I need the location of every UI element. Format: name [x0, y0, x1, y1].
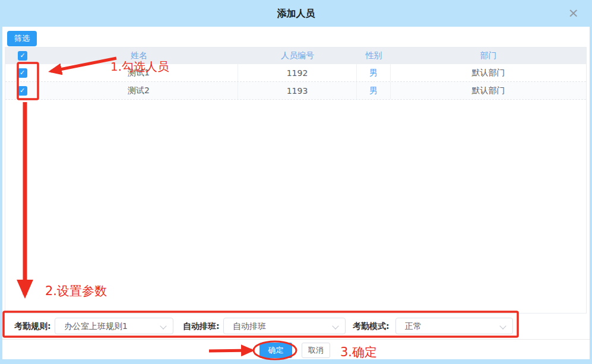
chevron-down-icon — [499, 322, 506, 329]
footer-divider — [2, 339, 590, 340]
auto-schedule-label: 自动排班: — [183, 321, 220, 332]
close-icon[interactable]: × — [568, 0, 579, 27]
attendance-mode-label: 考勤模式: — [353, 321, 390, 332]
confirm-button[interactable]: 确定 — [259, 343, 292, 358]
row-checkbox[interactable] — [18, 86, 27, 96]
cell-name: 测试2 — [40, 82, 238, 99]
row-checkbox[interactable] — [18, 68, 27, 78]
attendance-mode-value: 正常 — [405, 321, 422, 331]
auto-schedule-select[interactable]: 自动排班 — [223, 318, 346, 334]
cell-gender: 男 — [357, 64, 391, 81]
auto-schedule-value: 自动排班 — [233, 321, 266, 331]
filter-button[interactable]: 筛选 — [7, 31, 37, 46]
cell-person-id: 1192 — [238, 64, 357, 81]
cell-department: 默认部门 — [391, 82, 586, 99]
chevron-down-icon — [160, 322, 166, 329]
table-header-row: 姓名 人员编号 性别 部门 — [5, 48, 586, 64]
column-header-person-id: 人员编号 — [238, 48, 357, 64]
dialog-title: 添加人员 — [0, 0, 592, 27]
chevron-down-icon — [332, 322, 338, 329]
table-row[interactable]: 测试1 1192 男 默认部门 — [5, 64, 586, 82]
column-header-gender: 性别 — [357, 48, 391, 64]
cell-gender: 男 — [357, 82, 391, 99]
cancel-button[interactable]: 取消 — [302, 343, 330, 358]
table-row[interactable]: 测试2 1193 男 默认部门 — [5, 82, 586, 100]
personnel-table: 姓名 人员编号 性别 部门 测试1 1192 男 默认部门 测试2 1193 男… — [5, 47, 587, 314]
cell-name: 测试1 — [40, 64, 238, 81]
table-body: 测试1 1192 男 默认部门 测试2 1193 男 默认部门 — [5, 64, 586, 100]
column-header-name: 姓名 — [40, 48, 238, 64]
attendance-rule-label: 考勤规则: — [14, 321, 51, 332]
attendance-rule-value: 办公室上班规则1 — [64, 321, 128, 331]
attendance-rule-select[interactable]: 办公室上班规则1 — [55, 318, 173, 334]
cell-department: 默认部门 — [391, 64, 586, 81]
attendance-mode-select[interactable]: 正常 — [395, 318, 513, 334]
column-header-department: 部门 — [391, 48, 586, 64]
cell-person-id: 1193 — [238, 82, 357, 99]
select-all-checkbox[interactable] — [18, 51, 27, 61]
